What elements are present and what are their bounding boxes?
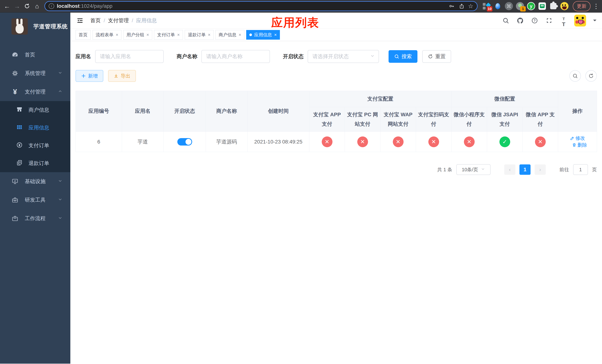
col-merchant: 商户名称 [206, 91, 247, 132]
tab-app-info[interactable]: 应用信息× [246, 30, 280, 40]
sidebar-collapse-icon[interactable] [76, 16, 84, 25]
col-group-wechat: 微信配置 [452, 91, 558, 107]
tab-process-form[interactable]: 流程表单× [93, 30, 121, 40]
close-icon[interactable]: × [208, 32, 210, 37]
browser-reload-icon[interactable] [22, 2, 32, 11]
sidebar-item-refund-orders[interactable]: 退款订单 [0, 154, 70, 172]
chevron-up-icon [58, 89, 63, 95]
edit-link[interactable]: 修改 [570, 135, 585, 141]
close-icon[interactable]: × [177, 32, 180, 37]
page-size-select[interactable]: 10条/页 [456, 164, 491, 175]
extensions-tray: 10 1 y [481, 2, 570, 10]
svg-text:?: ? [534, 19, 536, 22]
emoji-profile-icon[interactable] [560, 2, 569, 10]
export-button[interactable]: 导出 [108, 70, 136, 82]
col-wx-jsapi: 微信 JSAPI 支付 [487, 107, 523, 132]
header-group-row: 应用编号 应用名 开启状态 商户名称 创建时间 支付宝配置 微信配置 操作 [76, 91, 597, 107]
chat-extension-icon[interactable] [538, 2, 547, 10]
goto-suffix: 页 [592, 166, 597, 173]
add-button[interactable]: 新增 [75, 70, 103, 82]
close-icon[interactable]: × [116, 32, 118, 37]
close-icon[interactable]: × [274, 32, 277, 37]
next-page-button[interactable]: › [535, 164, 546, 175]
cell-app-name: 芋道 [122, 132, 164, 152]
sidebar-item-infrastructure[interactable]: 基础设施 [0, 172, 70, 191]
tab-refund-orders[interactable]: 退款订单× [185, 30, 214, 40]
breadcrumb-home[interactable]: 首页 [90, 17, 101, 24]
bookmark-star-icon[interactable]: ☆ [468, 3, 473, 10]
alipay-wap-disabled-icon: ✕ [393, 137, 404, 147]
tab-merchant-info[interactable]: 商户信息× [215, 30, 244, 40]
browser-home-icon[interactable]: ⌂ [32, 2, 42, 11]
close-icon[interactable]: × [239, 32, 241, 37]
app-name-input[interactable] [95, 50, 164, 63]
table-toolbar: 新增 导出 [75, 70, 597, 82]
user-avatar[interactable] [574, 15, 586, 26]
toolbox-icon [11, 196, 19, 203]
sidebar-item-merchant-info[interactable]: 商户信息 [0, 101, 70, 119]
chrome-update-button[interactable]: 更新 [573, 1, 591, 11]
breadcrumb-separator: / [104, 18, 105, 23]
alipay-app-disabled-icon: ✕ [322, 137, 333, 147]
chevron-down-icon [58, 215, 63, 222]
reset-button[interactable]: 重置 [422, 50, 451, 63]
sidebar-item-payment[interactable]: ¥ 支付管理 [0, 83, 70, 101]
col-wx-mini: 微信小程序支付 [452, 107, 487, 132]
breadcrumb-separator: / [132, 18, 133, 23]
browser-forward-icon[interactable]: → [13, 2, 22, 11]
browser-back-icon[interactable]: ← [3, 2, 11, 11]
active-dot [249, 33, 252, 36]
app-name-label: 应用名 [75, 53, 91, 60]
tags-view-bar: 首页 流程表单× 用户分组× 支付订单× 退款订单× 商户信息× 应用信息× [70, 29, 602, 41]
sidebar-item-home[interactable]: 首页 [0, 45, 70, 64]
url-path: :1024/pay/app [80, 3, 113, 9]
y-extension-icon[interactable]: y [527, 2, 535, 10]
url-host: localhost [57, 3, 80, 9]
fullscreen-icon[interactable] [545, 17, 553, 24]
status-toggle[interactable] [177, 138, 192, 146]
github-icon[interactable] [516, 17, 524, 24]
close-icon[interactable]: × [146, 32, 149, 37]
col-wx-app: 微信 APP 支付 [523, 107, 558, 132]
tab-home[interactable]: 首页 [75, 30, 91, 40]
recorder-extension-icon[interactable]: 1 [516, 2, 524, 10]
share-icon[interactable] [458, 3, 465, 9]
merchant-name-input[interactable] [201, 50, 270, 63]
search-button[interactable]: 搜索 [388, 50, 418, 63]
breadcrumb-section: 支付管理 [108, 17, 129, 24]
delete-link[interactable]: 删除 [572, 142, 587, 148]
tab-pay-orders[interactable]: 支付订单× [154, 30, 183, 40]
site-info-icon[interactable]: i [49, 3, 54, 9]
toggle-search-button[interactable] [570, 70, 581, 82]
password-key-icon[interactable] [448, 3, 455, 9]
goto-prefix: 前往 [559, 166, 569, 173]
balloon-extension-icon[interactable] [494, 2, 502, 10]
goto-page-input[interactable] [573, 164, 588, 175]
refresh-button[interactable] [585, 70, 597, 82]
puzzle-extensions-icon[interactable] [549, 2, 558, 10]
avatar-caret-icon[interactable] [593, 20, 596, 23]
tab-user-group[interactable]: 用户分组× [123, 30, 152, 40]
sidebar-item-system[interactable]: 系统管理 [0, 64, 70, 83]
sidebar-item-workflow[interactable]: 工作流程 [0, 209, 70, 228]
wx-app-disabled-icon: ✕ [535, 137, 546, 147]
recorder-badge: 1 [520, 6, 526, 11]
address-bar[interactable]: i localhost:1024/pay/app ☆ [44, 1, 478, 11]
status-select[interactable]: 请选择开启状态 [308, 50, 379, 63]
sidebar-logo[interactable]: 芋道管理系统 [0, 13, 70, 40]
breadcrumb: 首页 / 支付管理 / 应用信息 [90, 17, 157, 24]
browser-menu-icon[interactable]: ⋮ [593, 2, 599, 10]
header-search-icon[interactable] [502, 17, 509, 24]
command-extension-icon[interactable] [505, 2, 513, 10]
prev-page-button[interactable]: ‹ [504, 164, 515, 175]
sidebar-item-label: 研发工具 [25, 196, 45, 203]
documents-icon [16, 160, 22, 167]
sidebar-item-pay-orders[interactable]: 支付订单 [0, 137, 70, 154]
page-1-button[interactable]: 1 [519, 164, 531, 175]
sidebar-item-dev-tools[interactable]: 研发工具 [0, 191, 70, 209]
table-row: 6 芋道 芋道源码 2021-10-23 08:49:25 ✕ ✕ ✕ ✕ ✕ … [76, 132, 597, 152]
font-size-icon[interactable]: TT [560, 17, 567, 24]
sidebar-item-app-info[interactable]: 应用信息 [0, 119, 70, 137]
translate-extension-icon[interactable]: 10 [483, 2, 491, 10]
help-icon[interactable]: ? [531, 17, 538, 24]
